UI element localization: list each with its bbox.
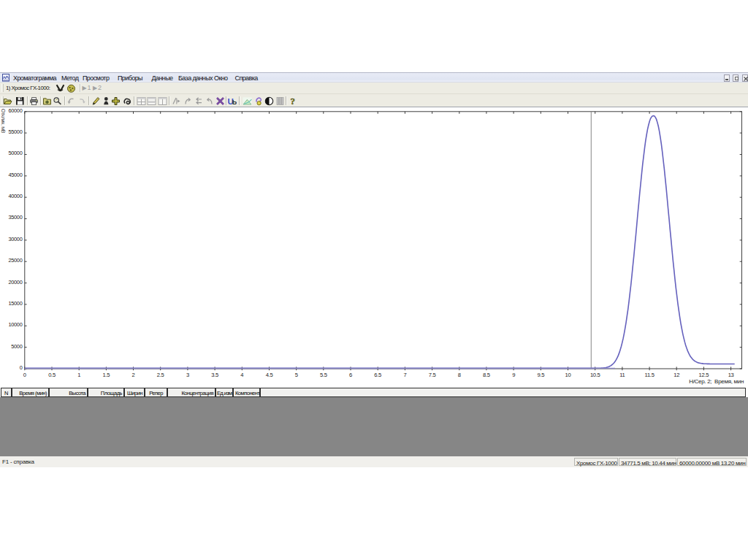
svg-text:8.5: 8.5 <box>483 372 490 378</box>
svg-text:12.5: 12.5 <box>699 372 709 378</box>
svg-text:25000: 25000 <box>8 257 22 264</box>
svg-text:4.5: 4.5 <box>266 372 273 378</box>
svg-text:1: 1 <box>77 372 80 378</box>
svg-text:55000: 55000 <box>8 129 22 135</box>
svg-text:4: 4 <box>240 372 243 378</box>
svg-text:6.5: 6.5 <box>374 372 381 378</box>
svg-text:11: 11 <box>619 372 625 378</box>
svg-text:7.5: 7.5 <box>429 372 436 378</box>
svg-text:?: ? <box>290 96 295 106</box>
svg-text:5000: 5000 <box>11 343 22 350</box>
svg-text:5.5: 5.5 <box>320 372 327 378</box>
svg-text:20000: 20000 <box>8 279 22 285</box>
svg-text:40000: 40000 <box>8 193 22 199</box>
svg-text:8: 8 <box>458 372 461 378</box>
svg-text:30000: 30000 <box>8 236 22 242</box>
svg-text:0.5: 0.5 <box>48 372 56 378</box>
svg-text:2.5: 2.5 <box>157 372 164 378</box>
svg-text:35000: 35000 <box>8 214 22 220</box>
svg-text:50000: 50000 <box>8 150 22 156</box>
svg-text:9.5: 9.5 <box>537 372 544 378</box>
svg-text:60000: 60000 <box>8 107 22 114</box>
svg-text:7: 7 <box>403 372 406 378</box>
svg-text:11.5: 11.5 <box>645 372 654 378</box>
svg-text:2: 2 <box>132 372 135 378</box>
svg-text:12: 12 <box>673 372 679 378</box>
svg-text:9: 9 <box>512 372 515 378</box>
svg-text:10000: 10000 <box>8 321 22 328</box>
svg-text:1.5: 1.5 <box>103 372 110 378</box>
svg-text:3: 3 <box>186 372 189 378</box>
svg-text:15000: 15000 <box>8 300 22 307</box>
svg-text:0: 0 <box>20 364 23 371</box>
svg-text:Н/Сер. 2; Время, мин: Н/Сер. 2; Время, мин <box>689 378 744 385</box>
svg-text:Отклик, мВ: Отклик, мВ <box>1 109 6 134</box>
svg-text:Ь: Ь <box>232 99 237 106</box>
svg-text:5: 5 <box>295 372 298 378</box>
svg-text:10.5: 10.5 <box>590 372 600 378</box>
svg-text:45000: 45000 <box>8 172 22 178</box>
svg-text:3.5: 3.5 <box>211 372 218 378</box>
svg-text:0: 0 <box>23 372 26 378</box>
svg-text:10: 10 <box>565 372 571 378</box>
svg-text:6: 6 <box>349 372 352 378</box>
svg-text:13: 13 <box>728 372 734 378</box>
